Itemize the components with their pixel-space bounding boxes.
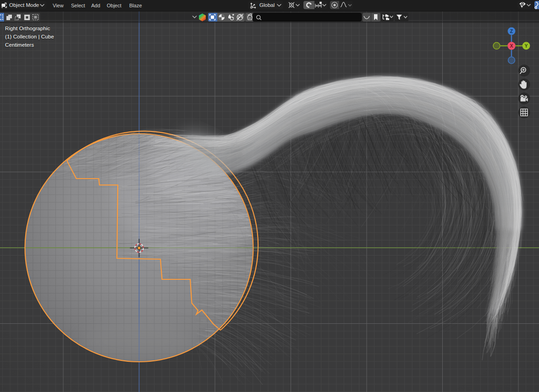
svg-text:Y: Y — [524, 43, 528, 49]
svg-text:Z: Z — [510, 28, 513, 34]
svg-text:X: X — [510, 43, 513, 49]
